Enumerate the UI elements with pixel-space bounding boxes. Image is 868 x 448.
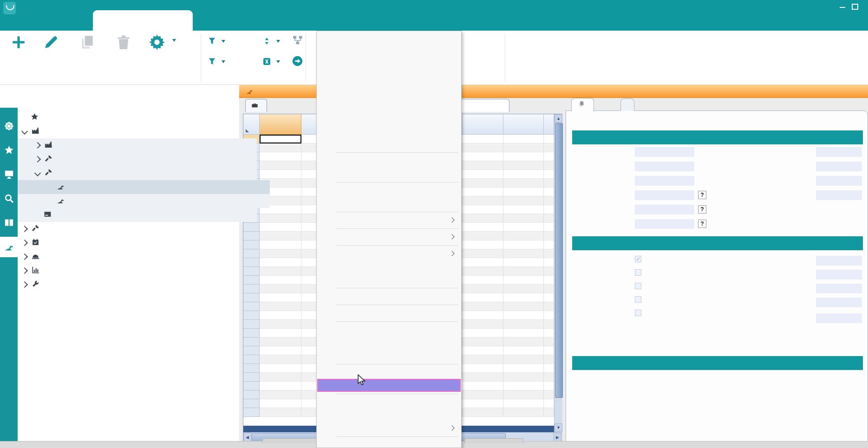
chevron-down-icon[interactable] xyxy=(21,128,28,135)
cell-date-reel-debut[interactable] xyxy=(463,196,503,205)
hierarchy-icon[interactable] xyxy=(293,35,303,47)
rail-robot-icon[interactable] xyxy=(0,237,18,257)
cell-date-reel-debut[interactable] xyxy=(463,285,503,293)
row-selector[interactable] xyxy=(243,320,260,329)
cell-date-reel-debut[interactable] xyxy=(463,399,503,408)
sidebar-item-ofs-en-cours[interactable] xyxy=(18,180,270,194)
field-value[interactable] xyxy=(635,190,694,200)
cell-date-reel-fin[interactable] xyxy=(503,390,544,399)
field-value[interactable] xyxy=(635,205,694,214)
cell-numero-serie[interactable] xyxy=(260,355,301,364)
cell-partial[interactable] xyxy=(544,267,554,276)
dropdown-arrow-icon[interactable] xyxy=(222,40,225,45)
sidebar-item-suivi-fabrication[interactable] xyxy=(18,222,244,236)
cell-partial[interactable] xyxy=(544,161,554,170)
cell-date-reel-debut[interactable] xyxy=(463,161,503,170)
row-selector[interactable] xyxy=(243,329,260,338)
dropdown-arrow-icon[interactable] xyxy=(222,60,225,65)
cell-numero-serie[interactable] xyxy=(260,267,301,276)
cell-date-reel-fin[interactable] xyxy=(503,320,544,329)
sidebar-item-ofs[interactable] xyxy=(18,166,257,180)
chevron-right-icon[interactable] xyxy=(21,281,28,288)
mdi-window-tab[interactable] xyxy=(246,86,256,97)
rail-search-icon[interactable] xyxy=(0,188,18,209)
field-value[interactable] xyxy=(816,162,862,171)
cell-numero-serie[interactable] xyxy=(260,161,301,170)
field-value[interactable] xyxy=(635,176,694,186)
menu-item-lancement-atelier[interactable] xyxy=(317,230,461,243)
cell-partial[interactable] xyxy=(544,143,554,152)
cell-partial[interactable] xyxy=(544,152,554,161)
cell-date-reel-fin[interactable] xyxy=(503,188,544,196)
row-selector[interactable] xyxy=(243,364,260,373)
column-header-date-reel-fin[interactable] xyxy=(503,114,544,135)
menu-item-definition-filtres-et-tris[interactable] xyxy=(317,438,461,448)
cell-numero-serie[interactable] xyxy=(260,293,301,302)
cell-partial[interactable] xyxy=(544,249,554,258)
cell-partial[interactable] xyxy=(544,240,554,249)
cell-date-reel-fin[interactable] xyxy=(503,338,544,346)
sidebar-item-statistiques[interactable] xyxy=(18,264,244,278)
menu-item-documents-ged[interactable] xyxy=(317,197,461,210)
checkbox[interactable] xyxy=(635,310,641,316)
cell-date-reel-fin[interactable] xyxy=(503,258,544,267)
checkbox[interactable] xyxy=(635,283,641,289)
cell-partial[interactable] xyxy=(544,232,554,240)
cell-partial[interactable] xyxy=(544,382,554,390)
tab-qui-quand[interactable] xyxy=(620,98,634,111)
menu-item-composants-rattaches[interactable] xyxy=(317,323,461,336)
row-selector[interactable] xyxy=(243,267,260,276)
cell-date-reel-debut[interactable] xyxy=(463,311,503,320)
cell-partial[interactable] xyxy=(544,390,554,399)
row-selector[interactable] xyxy=(243,355,260,364)
cell-numero-serie[interactable] xyxy=(260,302,301,311)
menu-item-re-generation-ofs[interactable] xyxy=(317,379,461,392)
sidebar-item-planification[interactable] xyxy=(18,236,244,250)
menu-item-historique-messages-entite[interactable] xyxy=(317,124,461,137)
cell-partial[interactable] xyxy=(544,311,554,320)
vertical-scrollbar[interactable]: ▲ ▼ xyxy=(554,114,562,432)
menu-item-valorisation-crv[interactable] xyxy=(317,273,461,286)
avance-button[interactable] xyxy=(139,32,175,54)
cell-date-reel-debut[interactable] xyxy=(463,143,503,152)
cell-date-reel-debut[interactable] xyxy=(463,232,503,240)
rail-monitor-icon[interactable] xyxy=(0,164,18,185)
chevron-right-icon[interactable] xyxy=(21,267,28,274)
cell-date-reel-fin[interactable] xyxy=(503,240,544,249)
scroll-right-button[interactable]: ▶ xyxy=(554,433,561,442)
vertical-scroll-thumb[interactable] xyxy=(555,123,563,398)
field-value[interactable] xyxy=(816,176,862,186)
field-value[interactable] xyxy=(816,270,862,279)
cell-date-reel-debut[interactable] xyxy=(463,320,503,329)
ribbon-tab-bureau[interactable] xyxy=(33,10,93,31)
menu-item-solde-f6[interactable] xyxy=(317,366,461,379)
menu-item-nouvelle-tache[interactable] xyxy=(317,154,461,167)
dropdown-arrow-icon[interactable] xyxy=(172,39,176,44)
cell-date-reel-fin[interactable] xyxy=(503,382,544,390)
cell-partial[interactable] xyxy=(544,338,554,346)
cell-partial[interactable] xyxy=(544,276,554,285)
cell-date-reel-fin[interactable] xyxy=(503,205,544,214)
row-selector[interactable] xyxy=(243,382,260,390)
cell-date-reel-fin[interactable] xyxy=(503,329,544,338)
cell-numero-serie[interactable] xyxy=(260,399,301,408)
modification-button[interactable] xyxy=(33,32,69,54)
app-logo-icon[interactable] xyxy=(3,2,16,14)
sidebar-item-demandes-de-fabrication[interactable] xyxy=(18,208,257,222)
cell-partial[interactable] xyxy=(544,293,554,302)
cell-numero-serie[interactable] xyxy=(260,240,301,249)
chevron-right-icon[interactable] xyxy=(34,142,41,149)
row-selector[interactable] xyxy=(243,390,260,399)
column-header-date-reel-debut[interactable] xyxy=(463,114,503,135)
cell-numero-serie[interactable] xyxy=(260,390,301,399)
cell-numero-serie[interactable] xyxy=(260,232,301,240)
row-selector[interactable] xyxy=(243,338,260,346)
field-value[interactable] xyxy=(635,219,694,229)
row-selector[interactable] xyxy=(243,232,260,240)
menu-item-caract-file-d-attente[interactable] xyxy=(317,349,461,362)
cell-date-reel-fin[interactable] xyxy=(503,408,544,417)
cell-date-reel-debut[interactable] xyxy=(463,346,503,355)
help-button[interactable]: ? xyxy=(698,205,706,214)
menu-item-informations-suivies[interactable] xyxy=(317,290,461,303)
cell-date-reel-debut[interactable] xyxy=(463,302,503,311)
